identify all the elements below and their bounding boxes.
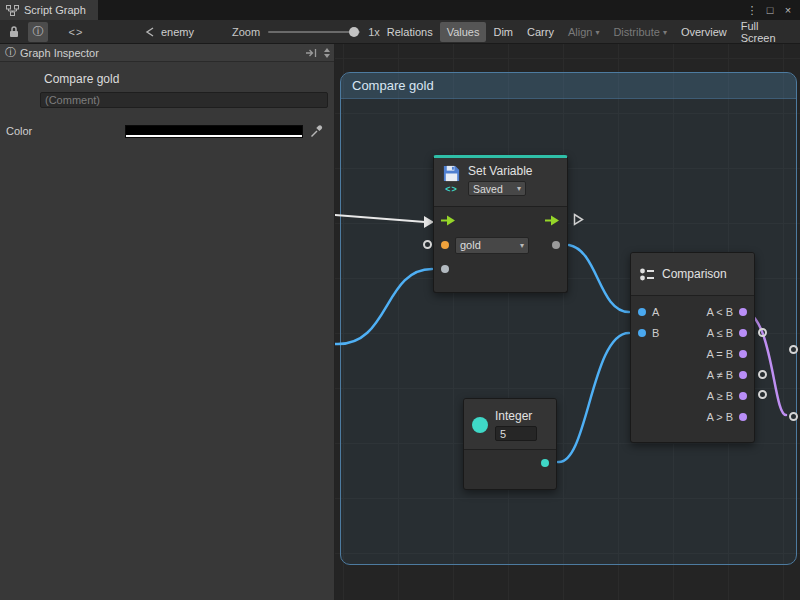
input-port-a[interactable] [638,308,646,316]
zoom-value: 1x [368,26,380,38]
info-icon: ⓘ [5,45,16,60]
full-screen-button[interactable]: Full Screen [734,22,798,42]
unconnected-port-circle[interactable] [758,328,767,337]
variable-name-dropdown[interactable]: gold ▾ [455,237,529,254]
graph-breadcrumb[interactable]: enemy [144,26,194,38]
graph-name: enemy [161,26,194,38]
toolbar-buttons: Relations Values Dim Carry Align▾ Distri… [380,20,800,43]
tab-script-graph[interactable]: Script Graph [0,0,98,20]
dim-button[interactable]: Dim [486,22,520,42]
align-button[interactable]: Align▾ [561,22,606,42]
edit-graph-button[interactable]: <> [66,22,86,42]
value-input-port[interactable] [441,265,449,273]
save-variable-icon [442,164,461,183]
chevron-down-icon: ▾ [517,184,521,193]
unconnected-port-circle[interactable] [789,345,798,354]
panel-spinner-icon[interactable] [324,48,330,58]
code-icon: <> [69,26,84,38]
unconnected-port-circle[interactable] [423,240,432,249]
comparison-icon [639,267,655,282]
unconnected-port-circle[interactable] [758,390,767,399]
zoom-slider[interactable] [268,31,360,33]
integer-header: Integer 5 [464,399,556,449]
comment-input[interactable] [40,92,328,108]
comparison-row: A A < B [631,301,754,322]
node-set-variable[interactable]: <> Set Variable Saved ▾ [433,155,568,293]
group-title: Compare gold [352,78,434,93]
output-port[interactable] [739,371,747,379]
window-controls: ⋮ □ × [743,0,800,20]
tab-label: Script Graph [24,4,86,16]
window-restore-button[interactable]: □ [761,1,779,19]
output-port[interactable] [739,350,747,358]
eyedropper-icon [310,124,324,138]
lock-icon [8,25,20,38]
inspector-toggle-button[interactable]: ⓘ [28,22,48,42]
chevron-down-icon: ▾ [663,28,667,37]
graph-toolbar: ⓘ <> enemy Zoom 1x Relations Values Dim … [0,20,800,44]
distribute-button[interactable]: Distribute▾ [606,22,673,42]
comparison-row: A ≠ B [631,364,754,385]
code-badge-icon: <> [445,184,458,194]
integer-output-port[interactable] [541,459,549,467]
unconnected-port-circle[interactable] [789,412,798,421]
flow-continue-icon[interactable] [573,213,584,226]
variable-output-port[interactable] [552,241,560,249]
graph-inspector-panel: ⓘ Graph Inspector Compare gold Color [0,44,335,600]
overview-button[interactable]: Overview [674,22,734,42]
inspector-title: Graph Inspector [20,47,305,59]
comparison-row: A = B [631,343,754,364]
comparison-header: Comparison [631,253,754,295]
graph-canvas[interactable]: Compare gold <> [335,44,800,600]
output-port[interactable] [739,308,747,316]
node-title: Integer [495,409,537,423]
variable-name-port[interactable] [441,241,449,249]
comparison-row: B A ≤ B [631,322,754,343]
eyedropper-button[interactable] [310,124,324,138]
comparison-row: A ≥ B [631,385,754,406]
dock-icon[interactable] [305,48,318,58]
input-port-b[interactable] [638,329,646,337]
integer-value-field[interactable]: 5 [495,426,537,441]
variable-scope-dropdown[interactable]: Saved ▾ [468,181,526,196]
integer-icon [472,417,488,433]
chevron-down-icon: ▾ [595,28,599,37]
comparison-row: A > B [631,406,754,427]
output-port[interactable] [739,392,747,400]
relations-button[interactable]: Relations [380,22,440,42]
window-menu-button[interactable]: ⋮ [743,1,761,19]
flow-input-port[interactable] [441,215,456,226]
output-port[interactable] [739,329,747,337]
output-port[interactable] [739,413,747,421]
chevron-down-icon: ▾ [520,241,524,250]
zoom-label: Zoom [232,26,260,38]
zoom-slider-handle[interactable] [349,27,359,37]
node-comparison[interactable]: Comparison A A < B B A ≤ B A = B [630,252,755,443]
window-titlebar: Script Graph ⋮ □ × [0,0,800,20]
zoom-control: Zoom 1x [232,26,380,38]
set-variable-header: <> Set Variable Saved ▾ [434,158,567,206]
node-title: Comparison [662,267,727,281]
graph-inspector-header: ⓘ Graph Inspector [0,44,334,62]
parent-graph-icon [144,27,156,37]
inspected-graph-title: Compare gold [44,72,326,86]
color-swatch[interactable] [125,125,303,138]
window-close-button[interactable]: × [779,1,797,19]
unconnected-port-circle[interactable] [758,370,767,379]
lock-button[interactable] [4,22,24,42]
node-integer[interactable]: Integer 5 [463,398,557,490]
color-label: Color [6,125,125,137]
script-graph-icon [6,5,19,16]
color-field-row: Color [0,124,334,138]
node-title: Set Variable [468,164,532,178]
values-button[interactable]: Values [440,22,487,42]
flow-output-port[interactable] [545,215,560,226]
group-header[interactable]: Compare gold [341,73,796,99]
carry-button[interactable]: Carry [520,22,561,42]
